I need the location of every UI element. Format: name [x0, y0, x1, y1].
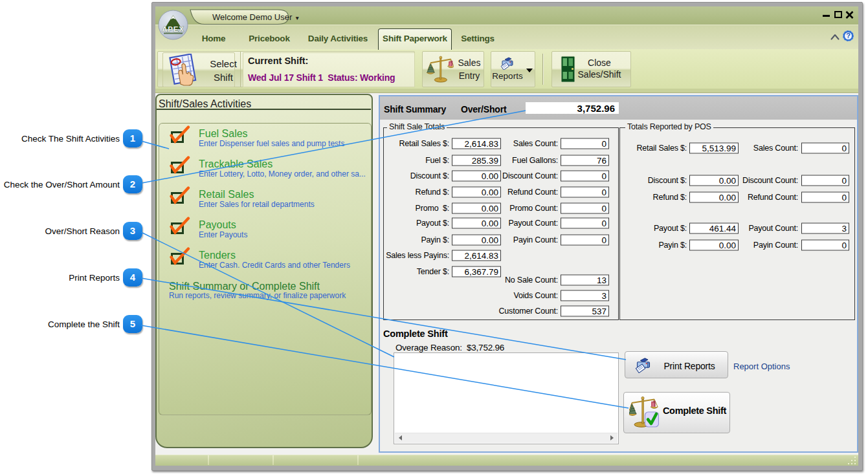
svg-text:APEX: APEX	[162, 25, 184, 33]
